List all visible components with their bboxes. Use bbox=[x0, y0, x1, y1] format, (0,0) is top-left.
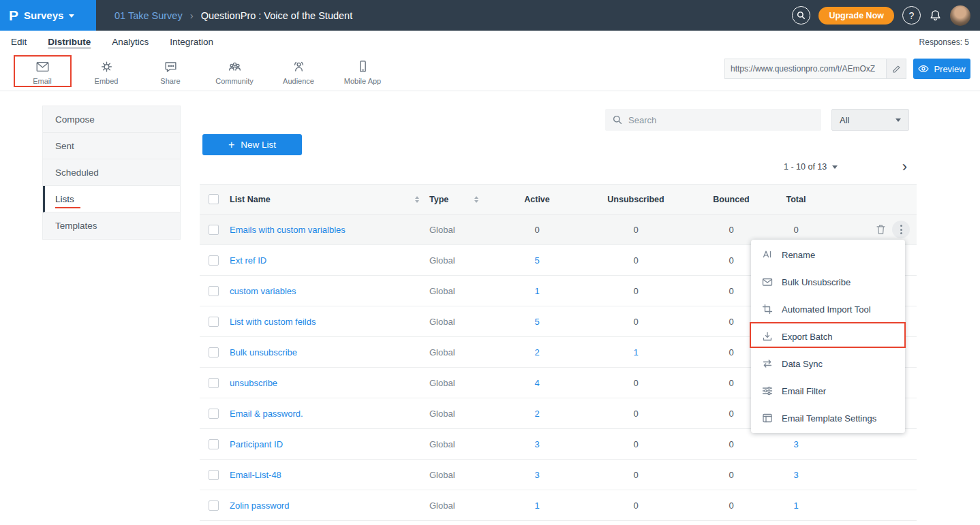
menu-item-rename[interactable]: Rename bbox=[751, 241, 905, 268]
unsubscribed-count[interactable]: 0 bbox=[633, 439, 638, 449]
delete-icon[interactable] bbox=[876, 224, 886, 235]
upgrade-now-button[interactable]: Upgrade Now bbox=[818, 7, 894, 25]
tab-edit[interactable]: Edit bbox=[11, 37, 27, 47]
list-name-link[interactable]: List with custom feilds bbox=[230, 317, 316, 327]
unsubscribed-count[interactable]: 0 bbox=[633, 286, 638, 296]
active-count[interactable]: 4 bbox=[534, 378, 539, 388]
bounced-count[interactable]: 0 bbox=[729, 255, 733, 266]
list-name-link[interactable]: unsubscribe bbox=[230, 378, 277, 388]
column-header-type[interactable]: Type bbox=[429, 195, 448, 204]
notifications-bell-icon[interactable] bbox=[929, 9, 942, 22]
toolbar-embed[interactable]: Embed bbox=[74, 53, 138, 85]
unsubscribed-count[interactable]: 0 bbox=[633, 378, 638, 388]
active-count[interactable]: 2 bbox=[534, 409, 539, 419]
list-name-link[interactable]: Email & password. bbox=[230, 409, 303, 419]
menu-item-bulk-unsubscribe[interactable]: Bulk Unsubscribe bbox=[751, 268, 905, 296]
menu-item-email-filter[interactable]: Email Filter bbox=[751, 377, 905, 404]
list-name-link[interactable]: custom variables bbox=[230, 286, 296, 296]
tab-distribute[interactable]: Distribute bbox=[48, 37, 91, 47]
kebab-menu-icon[interactable] bbox=[892, 221, 910, 238]
list-name-link[interactable]: Emails with custom varialbles bbox=[230, 225, 346, 235]
sidebar-item-scheduled[interactable]: Scheduled bbox=[43, 159, 180, 186]
row-checkbox[interactable] bbox=[209, 225, 219, 235]
row-checkbox[interactable] bbox=[209, 470, 219, 480]
list-name-link[interactable]: Participant ID bbox=[230, 439, 283, 449]
sidebar-item-compose[interactable]: Compose bbox=[43, 106, 180, 133]
toolbar-share[interactable]: Share bbox=[138, 53, 202, 85]
active-count[interactable]: 1 bbox=[534, 286, 539, 296]
row-checkbox[interactable] bbox=[209, 286, 219, 296]
total-count[interactable]: 3 bbox=[793, 470, 798, 480]
toolbar-email[interactable]: Email bbox=[10, 53, 74, 85]
menu-item-export-batch[interactable]: Export Batch bbox=[751, 323, 905, 350]
user-avatar[interactable] bbox=[950, 5, 970, 26]
sidebar-item-sent[interactable]: Sent bbox=[43, 133, 180, 159]
active-count[interactable]: 1 bbox=[534, 500, 539, 511]
bounced-count[interactable]: 0 bbox=[729, 347, 733, 357]
bounced-count[interactable]: 0 bbox=[729, 439, 733, 449]
bounced-count[interactable]: 0 bbox=[729, 409, 733, 419]
row-checkbox[interactable] bbox=[209, 378, 219, 388]
new-list-button[interactable]: + New List bbox=[202, 134, 302, 155]
search-icon[interactable] bbox=[792, 6, 810, 25]
active-count[interactable]: 3 bbox=[534, 439, 539, 449]
toolbar-audience[interactable]: Audience bbox=[266, 53, 331, 85]
sidebar-item-templates[interactable]: Templates bbox=[43, 212, 180, 239]
total-count[interactable]: 3 bbox=[793, 439, 798, 449]
unsubscribed-count[interactable]: 0 bbox=[633, 317, 638, 327]
help-icon[interactable]: ? bbox=[902, 6, 921, 25]
next-page-chevron-icon[interactable]: › bbox=[902, 160, 917, 174]
select-all-checkbox[interactable] bbox=[209, 194, 219, 204]
total-count[interactable]: 0 bbox=[793, 225, 798, 235]
list-name-link[interactable]: Ext ref ID bbox=[230, 255, 266, 266]
bounced-count[interactable]: 0 bbox=[729, 317, 733, 327]
row-checkbox[interactable] bbox=[209, 409, 219, 419]
survey-url-input[interactable] bbox=[725, 64, 886, 74]
table-row[interactable]: Email-List-48 Global 3 0 0 3 bbox=[200, 460, 917, 490]
menu-item-automated-import-tool[interactable]: Automated Import Tool bbox=[751, 296, 905, 323]
tab-analytics[interactable]: Analytics bbox=[112, 37, 149, 47]
tab-integration[interactable]: Integration bbox=[170, 37, 213, 47]
active-count[interactable]: 2 bbox=[534, 347, 539, 357]
unsubscribed-count[interactable]: 0 bbox=[633, 500, 638, 511]
toolbar-mobile-app[interactable]: Mobile App bbox=[331, 53, 395, 85]
bounced-count[interactable]: 0 bbox=[729, 225, 733, 235]
row-checkbox[interactable] bbox=[209, 317, 219, 327]
toolbar-community[interactable]: Community bbox=[202, 53, 266, 85]
sidebar-item-lists[interactable]: Lists bbox=[43, 186, 180, 212]
active-count[interactable]: 0 bbox=[534, 225, 539, 235]
unsubscribed-count[interactable]: 0 bbox=[633, 409, 638, 419]
search-input[interactable] bbox=[628, 115, 814, 125]
table-row[interactable]: Participant ID Global 3 0 0 3 bbox=[200, 429, 917, 460]
sort-icon[interactable] bbox=[474, 196, 478, 203]
row-checkbox[interactable] bbox=[209, 439, 219, 449]
preview-button[interactable]: Preview bbox=[913, 59, 970, 79]
total-count[interactable]: 1 bbox=[793, 500, 798, 511]
menu-item-data-sync[interactable]: Data Sync bbox=[751, 350, 905, 377]
row-checkbox[interactable] bbox=[209, 347, 219, 357]
bounced-count[interactable]: 0 bbox=[729, 286, 733, 296]
row-checkbox[interactable] bbox=[209, 500, 219, 511]
bounced-count[interactable]: 0 bbox=[729, 500, 733, 511]
active-count[interactable]: 3 bbox=[534, 470, 539, 480]
pagination-dropdown-icon[interactable] bbox=[832, 165, 838, 169]
unsubscribed-count[interactable]: 0 bbox=[633, 255, 638, 266]
active-count[interactable]: 5 bbox=[534, 255, 539, 266]
table-row[interactable]: Zolin password Global 1 0 0 1 bbox=[200, 490, 917, 521]
edit-url-pencil-icon[interactable] bbox=[886, 59, 906, 78]
unsubscribed-count[interactable]: 0 bbox=[633, 225, 638, 235]
bounced-count[interactable]: 0 bbox=[729, 378, 733, 388]
row-checkbox[interactable] bbox=[209, 255, 219, 266]
breadcrumb-survey-link[interactable]: 01 Take Survey bbox=[114, 10, 183, 21]
surveys-product-menu[interactable]: P Surveys bbox=[0, 0, 96, 31]
list-name-link[interactable]: Email-List-48 bbox=[230, 470, 281, 480]
list-name-link[interactable]: Zolin password bbox=[230, 500, 289, 511]
unsubscribed-count[interactable]: 0 bbox=[633, 470, 638, 480]
list-filter-dropdown[interactable]: All bbox=[831, 109, 909, 131]
unsubscribed-count[interactable]: 1 bbox=[633, 347, 638, 357]
bounced-count[interactable]: 0 bbox=[729, 470, 733, 480]
sort-icon[interactable] bbox=[415, 196, 419, 203]
list-name-link[interactable]: Bulk unsubscribe bbox=[230, 347, 297, 357]
column-header-list-name[interactable]: List Name bbox=[230, 195, 271, 204]
menu-item-email-template-settings[interactable]: Email Template Settings bbox=[751, 404, 905, 432]
